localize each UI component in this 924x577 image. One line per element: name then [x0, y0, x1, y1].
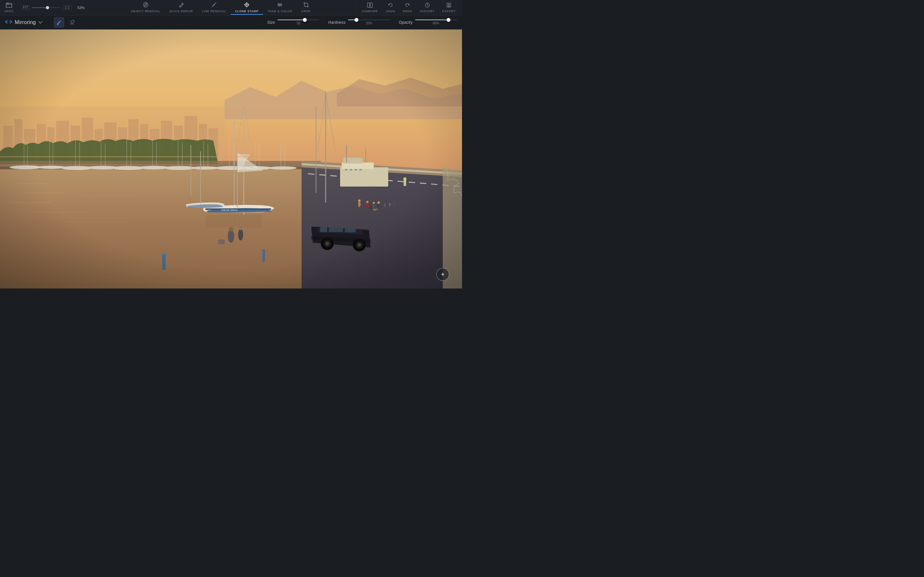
- svg-point-8: [278, 3, 279, 5]
- tone-color-label: TONE & COLOR: [268, 10, 292, 13]
- line-removal-label: LINE REMOVAL: [202, 10, 226, 13]
- size-slider-row: [278, 19, 319, 20]
- top-toolbar: OPEN FIT 1:1 53% OBJECT REMOVAL: [0, 0, 462, 15]
- tool-crop[interactable]: CROP: [297, 1, 315, 15]
- mirroring-control: Mirroring: [5, 19, 42, 25]
- object-removal-label: OBJECT REMOVAL: [131, 10, 160, 13]
- svg-rect-12: [370, 3, 373, 7]
- opacity-label: Opacity: [399, 20, 413, 25]
- svg-rect-0: [6, 3, 12, 7]
- redo-label: REDO: [403, 10, 412, 13]
- size-value: 50: [297, 21, 300, 25]
- svg-rect-141: [0, 29, 462, 288]
- zoom-plus-button[interactable]: +: [436, 268, 449, 281]
- clone-stamp-icon: [244, 2, 250, 9]
- redo-button[interactable]: REDO: [399, 1, 416, 14]
- zoom-controls: FIT 1:1: [21, 5, 72, 10]
- tool-quick-repair[interactable]: QUICK REPAIR: [165, 1, 197, 15]
- line-removal-icon: [211, 2, 217, 9]
- svg-point-9: [280, 4, 281, 5]
- hardness-slider-track[interactable]: [348, 19, 390, 20]
- quick-repair-icon: [178, 2, 184, 9]
- size-section: Size 50: [267, 19, 320, 25]
- clone-stamp-label: CLONE STAMP: [235, 10, 258, 13]
- redo-icon: [405, 3, 410, 9]
- tool-clone-stamp[interactable]: CLONE STAMP: [231, 1, 263, 15]
- hardness-slider-row: [348, 19, 390, 20]
- opacity-value: 80%: [433, 21, 439, 25]
- toolbar-left: OPEN FIT 1:1 53%: [3, 3, 86, 13]
- quick-repair-label: QUICK REPAIR: [170, 10, 193, 13]
- slider-group: Size 50 Hardness: [82, 19, 457, 25]
- mirroring-dropdown[interactable]: [39, 20, 42, 25]
- size-slider-outer: 50: [278, 19, 319, 25]
- history-icon: [425, 3, 430, 9]
- size-label: Size: [267, 20, 275, 25]
- tool-tone-color[interactable]: TONE & COLOR: [263, 1, 297, 15]
- svg-line-4: [213, 4, 215, 5]
- object-removal-icon: [143, 2, 149, 9]
- zoom-percent: 53%: [78, 6, 86, 10]
- zoom-plus-icon: +: [441, 271, 445, 278]
- opacity-section: Opacity 80%: [399, 19, 457, 25]
- tool-object-removal[interactable]: OBJECT REMOVAL: [126, 1, 165, 15]
- zoom-1to1-label[interactable]: 1:1: [63, 5, 71, 10]
- open-icon: [6, 3, 12, 9]
- eraser-tool-button[interactable]: [67, 17, 77, 27]
- undo-icon: [388, 3, 393, 9]
- hardness-value: 20%: [366, 21, 372, 25]
- crop-label: CROP: [301, 10, 310, 13]
- svg-point-10: [278, 5, 280, 6]
- compare-label: COMPARE: [362, 10, 378, 13]
- tool-buttons: [54, 17, 77, 27]
- undo-label: UNDO: [386, 10, 395, 13]
- hardness-label: Hardness: [328, 20, 346, 25]
- toolbar-right: COMPARE UNDO REDO: [358, 1, 459, 14]
- zoom-slider[interactable]: [32, 7, 61, 8]
- harbor-image: DOLCE VITA IV: [0, 29, 462, 288]
- mirror-arrows-icon: [5, 19, 12, 25]
- zoom-fit-label[interactable]: FIT: [21, 5, 31, 10]
- brush-tool-button[interactable]: [54, 17, 64, 27]
- toolbar-tools: OBJECT REMOVAL QUICK REPAIR LINE REMOVA: [86, 1, 355, 15]
- tone-color-icon: [277, 2, 283, 9]
- secondary-toolbar: Mirroring Size: [0, 15, 462, 29]
- compare-icon: [367, 3, 373, 9]
- export-button[interactable]: EXPORT: [438, 1, 459, 14]
- undo-button[interactable]: UNDO: [382, 1, 399, 14]
- hardness-slider-outer: 20%: [348, 19, 390, 25]
- export-label: EXPORT: [442, 10, 456, 13]
- open-button[interactable]: OPEN: [3, 3, 15, 13]
- history-label: HISTORY: [420, 10, 435, 13]
- canvas-area[interactable]: DOLCE VITA IV: [0, 29, 462, 288]
- history-button[interactable]: HISTORY: [416, 1, 438, 14]
- hardness-section: Hardness 20%: [328, 19, 390, 25]
- opacity-slider-row: [415, 19, 457, 20]
- crop-icon: [303, 2, 309, 9]
- open-label: OPEN: [5, 10, 13, 13]
- compare-button[interactable]: COMPARE: [358, 1, 382, 14]
- opacity-slider-outer: 80%: [415, 19, 457, 25]
- opacity-slider-track[interactable]: [415, 19, 457, 20]
- svg-rect-11: [367, 3, 370, 7]
- mirroring-label: Mirroring: [15, 19, 36, 25]
- svg-rect-17: [71, 20, 74, 23]
- tool-line-removal[interactable]: LINE REMOVAL: [198, 1, 231, 15]
- size-slider-track[interactable]: [278, 19, 319, 20]
- export-icon: [446, 3, 451, 9]
